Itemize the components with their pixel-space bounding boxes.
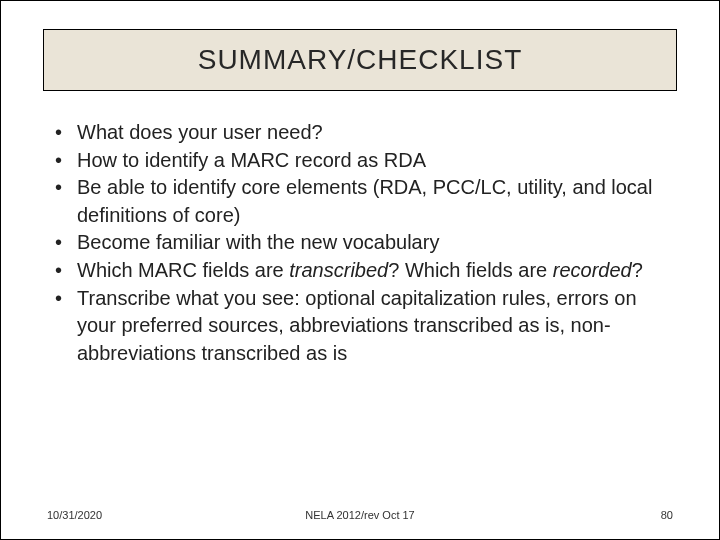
slide-title: SUMMARY/CHECKLIST (44, 44, 676, 76)
bullet-text: ? Which fields are (388, 259, 553, 281)
title-band: SUMMARY/CHECKLIST (43, 29, 677, 91)
bullet-text: Transcribe what you see: optional capita… (77, 287, 637, 364)
bullet-text-italic: transcribed (289, 259, 388, 281)
bullet-text: Become familiar with the new vocabulary (77, 231, 439, 253)
bullet-text: What does your user need? (77, 121, 323, 143)
list-item: Transcribe what you see: optional capita… (55, 285, 665, 368)
bullet-text: ? (632, 259, 643, 281)
footer: 10/31/2020 NELA 2012/rev Oct 17 80 (1, 509, 719, 521)
footer-page-number: 80 (661, 509, 673, 521)
list-item: Be able to identify core elements (RDA, … (55, 174, 665, 229)
footer-center: NELA 2012/rev Oct 17 (305, 509, 414, 521)
bullet-list: What does your user need? How to identif… (55, 119, 665, 367)
list-item: Become familiar with the new vocabulary (55, 229, 665, 257)
list-item: How to identify a MARC record as RDA (55, 147, 665, 175)
bullet-text-italic: recorded (553, 259, 632, 281)
bullet-text: How to identify a MARC record as RDA (77, 149, 426, 171)
list-item: What does your user need? (55, 119, 665, 147)
bullet-text: Be able to identify core elements (RDA, … (77, 176, 652, 226)
footer-date: 10/31/2020 (47, 509, 102, 521)
bullet-text: Which MARC fields are (77, 259, 289, 281)
content-area: What does your user need? How to identif… (55, 119, 665, 367)
list-item: Which MARC fields are transcribed? Which… (55, 257, 665, 285)
